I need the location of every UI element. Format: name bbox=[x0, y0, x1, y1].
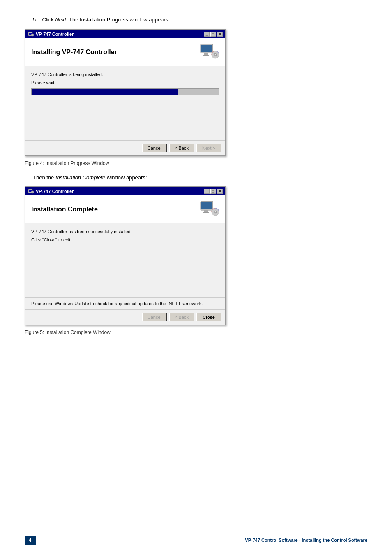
complete-dialog-note: Please use Windows Update to check for a… bbox=[25, 297, 225, 309]
page-number: 4 bbox=[25, 536, 36, 545]
then-before: Then the bbox=[33, 174, 55, 181]
progress-back-button[interactable]: < Back bbox=[169, 144, 194, 152]
complete-close-button[interactable]: Close bbox=[196, 313, 221, 321]
cd-icon bbox=[200, 43, 219, 61]
progress-dialog-header-title: Installing VP-747 Controller bbox=[31, 49, 117, 56]
svg-point-21 bbox=[215, 211, 216, 212]
step5-instruction: 5. Click Next. The Installation Progress… bbox=[33, 16, 367, 23]
progress-body-line2: Please wait... bbox=[31, 80, 219, 85]
progress-bar-fill bbox=[32, 89, 178, 95]
page-footer: 4 VP-747 Control Software - Installing t… bbox=[0, 532, 392, 545]
close-button[interactable]: ✕ bbox=[217, 32, 223, 37]
complete-dialog-titlebar: VP-747 Controller _ □ ✕ bbox=[25, 187, 225, 195]
footer-text: VP-747 Control Software - Installing the… bbox=[245, 538, 367, 543]
step-text-after: . The Installation Progress window appea… bbox=[66, 16, 170, 23]
complete-titlebar-left: VP-747 Controller bbox=[28, 188, 74, 194]
svg-rect-5 bbox=[201, 45, 212, 52]
complete-restore-button[interactable]: □ bbox=[210, 189, 216, 194]
step-text-before: Click bbox=[42, 16, 55, 23]
then-italic: Installation Complete bbox=[55, 174, 105, 181]
title-controls: _ □ ✕ bbox=[204, 32, 223, 37]
complete-dialog-title-icon bbox=[28, 188, 34, 194]
complete-dialog-header: Installation Complete bbox=[25, 195, 225, 223]
dialog-title-icon bbox=[28, 31, 34, 37]
minimize-button[interactable]: _ bbox=[204, 32, 210, 37]
progress-bar-remainder bbox=[178, 89, 219, 95]
progress-dialog-footer: Cancel < Back Next > bbox=[25, 140, 225, 155]
complete-cd-icon bbox=[200, 200, 219, 218]
complete-body-line2: Click "Close" to exit. bbox=[31, 237, 219, 242]
progress-next-button[interactable]: Next > bbox=[196, 144, 221, 152]
progress-cancel-button[interactable]: Cancel bbox=[142, 144, 167, 152]
complete-body-line1: VP-747 Controller has been successfully … bbox=[31, 229, 219, 234]
progress-bar bbox=[31, 88, 219, 95]
complete-cancel-button[interactable]: Cancel bbox=[142, 313, 167, 321]
svg-rect-12 bbox=[29, 190, 32, 192]
figure4-caption: Figure 4: Installation Progress Window bbox=[25, 160, 367, 166]
svg-rect-7 bbox=[203, 55, 209, 56]
then-after: window appears: bbox=[105, 174, 147, 181]
complete-close-button[interactable]: ✕ bbox=[217, 189, 223, 194]
svg-rect-16 bbox=[201, 202, 212, 209]
figure5-caption: Figure 5: Installation Complete Window bbox=[25, 330, 367, 335]
progress-dialog-titlebar: VP-747 Controller _ □ ✕ bbox=[25, 30, 225, 38]
complete-back-button[interactable]: < Back bbox=[169, 313, 194, 321]
progress-dialog-body: VP-747 Controller is being installed. Pl… bbox=[25, 66, 225, 140]
complete-note-text: Please use Windows Update to check for a… bbox=[31, 301, 219, 306]
complete-dialog: VP-747 Controller _ □ ✕ Installation Com… bbox=[25, 186, 226, 325]
complete-dialog-header-title: Installation Complete bbox=[31, 206, 98, 213]
complete-dialog-footer: Cancel < Back Close bbox=[25, 309, 225, 325]
progress-dialog-title: VP-747 Controller bbox=[36, 32, 74, 37]
restore-button[interactable]: □ bbox=[210, 32, 216, 37]
complete-title-controls: _ □ ✕ bbox=[204, 189, 223, 194]
svg-rect-1 bbox=[29, 33, 32, 35]
complete-minimize-button[interactable]: _ bbox=[204, 189, 210, 194]
titlebar-left: VP-747 Controller bbox=[28, 31, 74, 37]
progress-dialog: VP-747 Controller _ □ ✕ Installing VP-74… bbox=[25, 29, 226, 156]
progress-body-line1: VP-747 Controller is being installed. bbox=[31, 72, 219, 77]
svg-point-14 bbox=[32, 192, 33, 193]
svg-point-10 bbox=[215, 54, 216, 55]
svg-point-3 bbox=[32, 35, 33, 36]
complete-dialog-body: VP-747 Controller has been successfully … bbox=[25, 223, 225, 297]
svg-rect-6 bbox=[204, 53, 208, 55]
svg-rect-18 bbox=[203, 212, 209, 213]
svg-rect-17 bbox=[204, 210, 208, 212]
complete-dialog-title: VP-747 Controller bbox=[36, 189, 74, 194]
step-link-text: Next bbox=[55, 16, 66, 23]
step-number: 5. bbox=[33, 16, 37, 23]
progress-dialog-header: Installing VP-747 Controller bbox=[25, 38, 225, 66]
then-text: Then the Installation Complete window ap… bbox=[33, 174, 367, 181]
